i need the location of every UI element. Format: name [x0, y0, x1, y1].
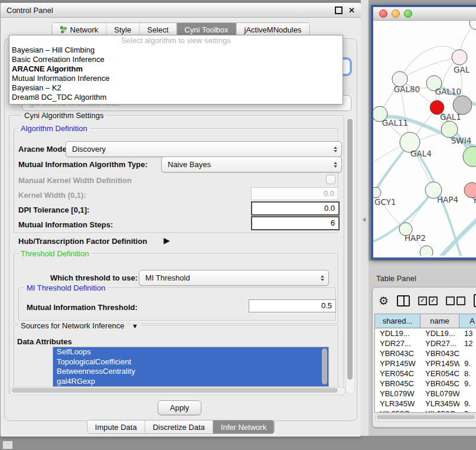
network-view-window: GALGAL80GAL10GAL1GAL11SWI4GAL4GCY1HAP4YH… — [371, 5, 476, 260]
tab-infer-network[interactable]: Infer Network — [213, 420, 274, 433]
table-row[interactable]: YDL19...YDL19...13 — [375, 328, 476, 338]
table-cell: YDL19... — [420, 328, 459, 338]
attribute-item-gal4rgexp[interactable]: gal4RGexp — [53, 377, 328, 387]
zoom-traffic-light-icon[interactable] — [404, 9, 412, 18]
node-label: GAL4 — [410, 149, 432, 158]
aracne-mode-combo[interactable]: Discovery — [66, 141, 342, 157]
apply-button[interactable]: Apply — [158, 400, 201, 415]
table-cell — [459, 348, 476, 358]
data-attributes-list[interactable]: SelfLoopsTopologicalCoefficientBetweenne… — [53, 347, 329, 387]
threshold-definition-legend: Threshold Definition — [18, 249, 92, 258]
node-label: GAL11 — [382, 118, 408, 128]
node-table: shared...nameA YDL19...YDL19...13YDR27..… — [374, 314, 476, 413]
combo-arrows-icon — [321, 275, 324, 281]
gear-icon[interactable]: ⚙ — [379, 295, 389, 306]
table-row[interactable]: YDR27...YDR27...12 — [375, 338, 476, 348]
column-header-shared[interactable]: shared... — [375, 314, 420, 328]
tab-impute-data[interactable]: Impute Data — [87, 420, 145, 433]
mi-algorithm-type-label: Mutual Information Algorithm Type: — [18, 160, 148, 169]
dpi-tolerance-label: DPI Tolerance [0,1]: — [18, 206, 89, 214]
mi-algorithm-type-value: Naive Bayes — [168, 160, 211, 169]
network-window-titlebar[interactable] — [373, 7, 476, 21]
network-canvas[interactable]: GALGAL80GAL10GAL1GAL11SWI4GAL4GCY1HAP4YH… — [373, 21, 476, 256]
deselect-all-columns-icon[interactable] — [446, 296, 465, 305]
tab-label: Network — [70, 25, 99, 34]
combo-arrows-icon — [334, 162, 337, 168]
table-header-row: shared...nameA — [375, 314, 476, 328]
table-cell: 9 — [459, 409, 476, 413]
attributes-scrollbar[interactable] — [322, 348, 327, 384]
network-node[interactable] — [470, 21, 476, 30]
column-header-a[interactable]: A — [459, 314, 476, 328]
table-cell: 9. — [459, 399, 476, 409]
mi-steps-field[interactable]: 6 — [251, 216, 340, 230]
close-icon[interactable]: ✕ — [348, 6, 355, 14]
table-row[interactable]: YLR345WYLR345W9. — [375, 399, 476, 409]
table-row[interactable]: YBR043CYBR043C — [375, 348, 476, 358]
table-row[interactable]: YIL052CYIL052C9 — [375, 409, 476, 413]
algorithm-option-bayesian-hill-climbing[interactable]: Bayesian – Hill Climbing — [9, 45, 343, 55]
table-row[interactable]: YER054CYER054C8. — [375, 369, 476, 379]
table-row[interactable]: YBR045CYBR045C9. — [375, 379, 476, 389]
mi-threshold-field[interactable]: 0.5 — [249, 299, 336, 312]
manual-kernel-width-checkbox[interactable] — [326, 175, 335, 184]
divider-collapse-icon[interactable] — [363, 217, 366, 222]
columns-icon[interactable] — [397, 295, 410, 306]
new-table-icon[interactable] — [474, 294, 476, 307]
network-node-gcy1[interactable] — [373, 187, 381, 198]
aracne-mode-label: Aracne Mode: — [18, 145, 69, 154]
mi-algorithm-type-combo[interactable]: Naive Bayes — [161, 156, 342, 172]
table-cell: YIL052C — [375, 409, 420, 413]
table-cell: YBL079W — [420, 389, 459, 399]
algorithm-option-aracne-algorithm[interactable]: ARACNE Algorithm — [9, 64, 343, 74]
table-row[interactable]: YPR145WYPR145W9. — [375, 358, 476, 369]
algorithm-option-dream8-dc-tdc-algorithm[interactable]: Dream8 DC_TDC Algorithm — [9, 93, 343, 102]
table-horizontal-scrollbar[interactable] — [375, 414, 476, 422]
tab-style[interactable]: Style — [106, 23, 139, 36]
network-node-gal[interactable] — [452, 50, 467, 65]
select-all-columns-icon[interactable]: ✓✓ — [418, 296, 438, 305]
network-node-swi4[interactable] — [441, 121, 458, 138]
network-node[interactable] — [420, 246, 433, 256]
table-row[interactable]: YBL079WYBL079W — [375, 389, 476, 399]
which-threshold-combo[interactable]: MI Threshold — [139, 270, 329, 286]
algorithm-option-bayesian-k2[interactable]: Bayesian – K2 — [9, 83, 343, 93]
attribute-item-topologicalcoefficient[interactable]: TopologicalCoefficient — [53, 357, 328, 367]
table-cell: YBR045C — [420, 379, 459, 389]
tab-cyni-toolbox[interactable]: Cyni Toolbox — [177, 23, 236, 36]
attribute-item-betweennesscentrality[interactable]: BetweennessCentrality — [53, 367, 328, 377]
node-label: GCY1 — [374, 197, 396, 207]
algorithm-option-mutual-information-inference[interactable]: Mutual Information Inference — [9, 74, 343, 83]
float-window-icon[interactable] — [335, 6, 343, 14]
table-cell: YLR345W — [420, 399, 459, 409]
algorithm-option-basic-correlation-inference[interactable]: Basic Correlation Inference — [9, 55, 343, 64]
network-node[interactable] — [453, 96, 472, 115]
sources-collapse-icon[interactable]: ▼ — [129, 322, 141, 330]
tab-discretize-data[interactable]: Discretize Data — [145, 420, 213, 433]
tab-network[interactable]: Network — [53, 23, 107, 36]
bottom-tabbar: Impute DataDiscretize DataInfer Network — [87, 420, 275, 434]
tab-jactivemnodules[interactable]: jActiveMNodules — [237, 23, 309, 36]
minimize-traffic-light-icon[interactable] — [392, 9, 400, 18]
aracne-mode-value: Discovery — [72, 145, 106, 154]
network-node[interactable] — [463, 146, 476, 167]
table-cell: YPR145W — [375, 358, 420, 369]
table-cell: 9. — [459, 358, 476, 369]
settings-horizontal-scrollbar[interactable] — [10, 387, 345, 395]
kernel-width-field[interactable]: 0.0 — [251, 187, 338, 200]
panel-divider[interactable] — [361, 0, 369, 436]
network-edge — [400, 57, 459, 79]
close-traffic-light-icon[interactable] — [379, 9, 387, 18]
tab-select[interactable]: Select — [139, 23, 177, 36]
dock-panel-icon[interactable] — [2, 441, 13, 449]
table-cell: 8. — [459, 369, 476, 379]
hub-definition-label[interactable]: Hub/Transcription Factor Definition — [18, 237, 147, 246]
node-label: GAL — [454, 65, 470, 74]
column-header-name[interactable]: name — [420, 314, 459, 328]
table-cell: YBR043C — [420, 348, 459, 358]
dpi-tolerance-field[interactable]: 0.0 — [251, 201, 340, 216]
attribute-item-selfloops[interactable]: SelfLoops — [53, 347, 328, 357]
table-panel-window: ⚙ ✓✓ shared...nameA YDL19...YDL19...13YD… — [372, 287, 476, 428]
hub-expand-icon[interactable]: ▶ — [164, 236, 170, 245]
settings-vertical-scrollbar[interactable] — [345, 116, 355, 394]
